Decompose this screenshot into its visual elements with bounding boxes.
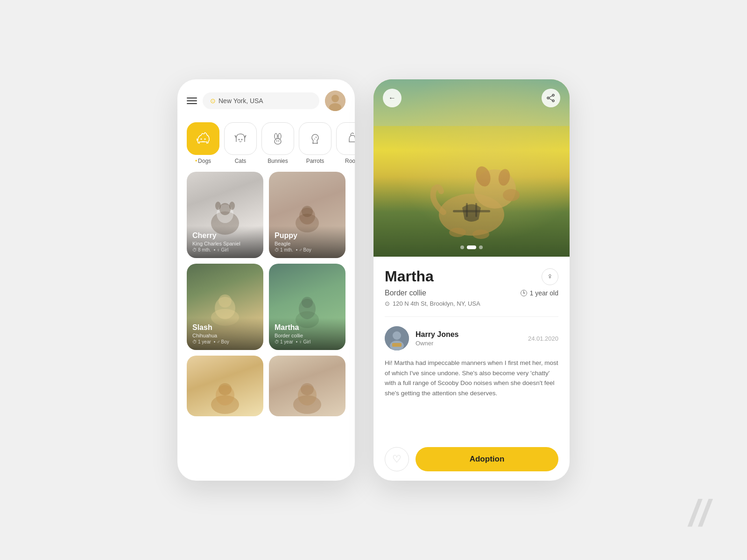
parrots-icon-box [299,122,331,155]
svg-point-6 [241,139,243,140]
decorative-slash: // [689,495,710,532]
svg-point-4 [204,139,206,140]
pet-card-puppy[interactable]: Puppy Beagle ⏱ 1 mth. • ♂ Boy [269,172,345,258]
parrot-icon [306,130,324,147]
martha-overlay: Martha Border collie ⏱ 1 year • ♀ Girl [269,318,345,350]
svg-point-32 [301,383,314,395]
svg-line-47 [549,98,552,100]
slash-breed: Chihuahua [192,333,258,338]
svg-point-11 [278,140,279,141]
roosters-icon-box [336,122,355,155]
category-parrots[interactable]: Parrots [299,122,331,164]
dot-2 [467,245,476,249]
pet-card-slash[interactable]: Slash Chihuahua ⏱ 1 year • ♂ Boy [187,264,263,350]
age-text: 1 year old [530,289,558,297]
roosters-label: Roo... [345,158,355,164]
top-bar: ⊙ New York, USA [177,79,355,119]
svg-point-16 [215,202,221,210]
user-avatar[interactable] [325,91,345,111]
owner-row: Harry Jones Owner 24.01.2020 [385,326,558,350]
cherry-meta: ⏱ 8 mth. • ♀ Girl [192,247,258,252]
svg-point-5 [239,139,240,140]
detail-location: ⊙ 120 N 4th St, Brooklyn, NY, USA [385,300,558,307]
svg-point-15 [219,203,231,215]
svg-point-12 [316,137,317,138]
svg-point-9 [278,133,281,139]
detail-breed: Border collie [385,289,426,297]
svg-point-7 [275,139,281,144]
dot-3 [479,245,483,249]
cherry-name: Cherry [192,231,258,240]
slash-overlay: Slash Chihuahua ⏱ 1 year • ♂ Boy [187,318,263,350]
detail-pet-name: Martha [385,268,434,285]
puppy-name: Puppy [275,231,340,240]
martha-list-name: Martha [275,323,340,332]
owner-name: Harry Jones [416,330,521,339]
category-dogs[interactable]: Dogs [187,122,219,164]
cats-icon-box [224,122,257,155]
category-roosters[interactable]: Roo... [336,122,355,164]
svg-point-3 [201,139,202,140]
owner-role: Owner [416,340,521,347]
svg-point-49 [393,331,401,340]
detail-header: Martha ♀ [385,268,558,285]
location-pill[interactable]: ⊙ New York, USA [203,92,319,109]
location-text: New York, USA [218,97,263,105]
rooster-icon [344,130,355,147]
location-icon: ⊙ [210,97,216,105]
puppy-overlay: Puppy Beagle ⏱ 1 mth. • ♂ Boy [269,226,345,258]
svg-point-45 [547,97,549,99]
cats-label: Cats [235,158,247,164]
owner-avatar [385,326,409,350]
favorite-button[interactable]: ♡ [385,447,409,471]
detail-actions: ♡ Adoption [385,447,558,471]
svg-line-46 [549,96,552,98]
dogs-icon-box [187,122,219,155]
adoption-label: Adoption [470,455,505,464]
svg-point-23 [218,294,232,308]
back-button[interactable]: ← [383,89,402,107]
martha-list-meta: ⏱ 1 year • ♀ Girl [275,339,340,344]
dog-icon [194,130,212,147]
dot-1 [460,245,464,249]
martha-list-breed: Border collie [275,333,340,338]
svg-point-20 [302,206,313,217]
bunnies-icon-box [261,122,294,155]
gender-icon: ♀ [542,268,558,285]
location-pin-icon: ⊙ [385,300,390,307]
detail-breed-row: Border collie 1 year old [385,289,558,297]
category-cats[interactable]: Cats [224,122,257,164]
pet-card-cherry[interactable]: Cherry King Charles Spaniel ⏱ 8 mth. • ♀… [187,172,263,258]
svg-point-1 [331,95,339,102]
detail-navigation: ← [374,89,570,107]
cat-icon [232,130,249,147]
svg-point-43 [552,94,554,96]
bunnies-label: Bunnies [268,158,288,164]
puppy-breed: Beagle [275,241,340,246]
share-button[interactable] [542,89,560,107]
pet-card-martha[interactable]: Martha Border collie ⏱ 1 year • ♀ Girl [269,264,345,350]
category-list: Dogs Cats [177,119,355,172]
owner-date: 24.01.2020 [528,335,558,342]
svg-point-10 [276,140,277,141]
svg-rect-51 [392,343,402,347]
bottom-card-2[interactable] [269,356,345,416]
left-phone: ⊙ New York, USA Dogs [177,79,355,481]
bottom-card-1[interactable] [187,356,263,416]
divider [385,316,558,317]
svg-point-17 [229,202,235,210]
bunny-icon [269,130,287,147]
cherry-breed: King Charles Spaniel [192,241,258,246]
pet-description: Hi! Martha had impeccable manners when I… [385,358,558,438]
location-address: 120 N 4th St, Brooklyn, NY, USA [393,300,480,307]
detail-age: 1 year old [521,289,558,297]
svg-point-44 [552,100,554,102]
bottom-cards [177,356,355,416]
slash-meta: ⏱ 1 year • ♂ Boy [192,339,258,344]
category-bunnies[interactable]: Bunnies [261,122,294,164]
clock-icon [521,290,527,296]
adoption-button[interactable]: Adoption [416,447,558,471]
puppy-meta: ⏱ 1 mth. • ♂ Boy [275,247,340,252]
hamburger-menu[interactable] [187,98,197,104]
detail-hero-image: ← [374,79,570,257]
